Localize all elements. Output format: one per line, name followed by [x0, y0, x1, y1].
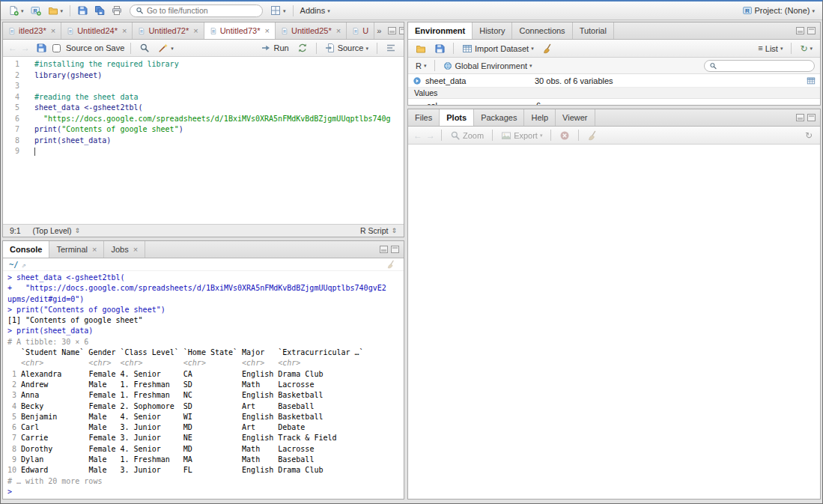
save-workspace-button[interactable]: [432, 42, 447, 55]
toolbar-separator: [791, 43, 792, 54]
close-icon[interactable]: ×: [336, 26, 341, 35]
addins-button[interactable]: Addins▾: [298, 4, 332, 16]
tab-help[interactable]: Help: [524, 109, 556, 126]
tab-viewer[interactable]: Viewer: [556, 109, 595, 126]
close-icon[interactable]: ×: [92, 245, 97, 254]
icon-placeholder: [413, 100, 423, 106]
find-replace-button[interactable]: [137, 41, 152, 55]
environment-value-row[interactable]: col 6: [408, 99, 820, 106]
goto-file-search[interactable]: [130, 4, 263, 17]
source-label: Source: [338, 43, 364, 52]
tab-connections[interactable]: Connections: [512, 22, 572, 39]
forward-icon[interactable]: →: [21, 43, 30, 52]
import-dataset-button[interactable]: Import Dataset▾: [460, 42, 536, 55]
source-on-save-checkbox[interactable]: [52, 44, 61, 52]
project-menu-button[interactable]: Project: (None)▾: [740, 4, 818, 17]
panes-layout-button[interactable]: ▾: [268, 4, 288, 17]
maximize-pane-icon[interactable]: [807, 114, 816, 121]
save-button[interactable]: [34, 41, 49, 55]
pane-window-controls: [383, 22, 404, 39]
export-plot-button[interactable]: Export▾: [499, 129, 544, 142]
language-selector[interactable]: R▾: [413, 60, 428, 72]
save-button[interactable]: [75, 4, 90, 17]
save-all-button[interactable]: [92, 4, 107, 17]
clear-console-button[interactable]: [384, 258, 398, 270]
minimize-pane-icon[interactable]: [796, 27, 804, 34]
close-icon[interactable]: ×: [133, 245, 138, 254]
popout-icon[interactable]: ⇗: [22, 261, 26, 269]
source-tab[interactable]: U: [347, 22, 374, 39]
environment-object-row[interactable]: sheet_data 30 obs. of 6 variables: [408, 74, 820, 88]
file-type-selector[interactable]: R Script⇕: [360, 226, 397, 235]
run-button[interactable]: Run: [258, 41, 291, 55]
tab-environment[interactable]: Environment: [408, 22, 473, 39]
clear-plots-button[interactable]: [585, 129, 600, 142]
previous-plot-icon[interactable]: ←: [413, 131, 422, 140]
tab-plots[interactable]: Plots: [440, 109, 474, 126]
file-type-label: R Script: [360, 226, 388, 235]
load-workspace-button[interactable]: [413, 42, 428, 55]
text-cursor: [34, 148, 35, 156]
list-view-button[interactable]: ≡List▾: [756, 43, 785, 55]
zoom-plot-button[interactable]: Zoom: [448, 129, 486, 142]
tab-label: Tutorial: [580, 26, 607, 35]
broom-icon: [542, 43, 553, 54]
rerun-button[interactable]: [295, 41, 310, 55]
maximize-pane-icon[interactable]: [391, 246, 399, 253]
new-file-button[interactable]: ▾: [6, 4, 26, 17]
console-output[interactable]: > sheet_data <-gsheet2tbl( + "https://do…: [3, 271, 404, 499]
tab-terminal[interactable]: Terminal×: [49, 241, 104, 258]
document-outline-button[interactable]: [383, 41, 398, 55]
source-pane: itled23*× Untitled24*× Untitled72*× Unti…: [2, 22, 404, 237]
right-column: Environment History Connections Tutorial…: [407, 22, 821, 500]
search-icon: [139, 43, 150, 53]
source-tab[interactable]: Untitled73*×: [204, 22, 276, 39]
next-plot-icon[interactable]: →: [426, 131, 435, 140]
print-button[interactable]: [109, 4, 124, 17]
toolbar-separator: [130, 43, 131, 54]
environment-search-input[interactable]: [720, 61, 810, 70]
maximize-pane-icon[interactable]: [807, 27, 816, 34]
maximize-pane-icon[interactable]: [399, 27, 404, 34]
minimize-pane-icon[interactable]: [388, 27, 396, 34]
close-icon[interactable]: ×: [122, 26, 127, 35]
code-line: print("Contents of google sheet"): [34, 124, 404, 136]
list-label: List: [765, 44, 778, 53]
up-down-icon: ⇕: [75, 227, 81, 234]
tab-label: Untitled72*: [148, 26, 189, 35]
clear-environment-button[interactable]: [540, 42, 555, 55]
tab-jobs[interactable]: Jobs×: [104, 241, 145, 258]
close-icon[interactable]: ×: [265, 26, 270, 35]
new-project-button[interactable]: [28, 4, 43, 17]
source-tab[interactable]: itled23*×: [3, 22, 61, 39]
environment-scope-selector[interactable]: Global Environment▾: [441, 60, 534, 72]
close-icon[interactable]: ×: [193, 26, 198, 35]
open-file-button[interactable]: ▾: [46, 4, 66, 17]
tab-history[interactable]: History: [473, 22, 512, 39]
scope-selector[interactable]: (Top Level)⇕: [33, 226, 81, 235]
back-icon[interactable]: ←: [8, 43, 17, 52]
source-tab[interactable]: Untitled25*×: [276, 22, 347, 39]
view-data-icon[interactable]: [807, 76, 816, 85]
tab-console[interactable]: Console: [3, 241, 49, 258]
source-tab[interactable]: Untitled72*×: [133, 22, 204, 39]
close-icon[interactable]: ×: [51, 26, 55, 35]
toolbar-separator: [316, 43, 317, 54]
tab-overflow-icon[interactable]: »: [374, 22, 383, 39]
minimize-pane-icon[interactable]: [796, 114, 804, 121]
source-tab[interactable]: Untitled24*×: [61, 22, 133, 39]
refresh-plots-button[interactable]: ↻: [803, 130, 815, 142]
refresh-environment-button[interactable]: ↻▾: [798, 43, 815, 55]
code-tools-button[interactable]: ▾: [156, 41, 176, 55]
tab-packages[interactable]: Packages: [474, 109, 524, 126]
minimize-pane-icon[interactable]: [380, 246, 388, 253]
expand-object-icon[interactable]: [413, 76, 422, 85]
code-editor[interactable]: 1 2 3 4 5 6 7 8 9 #installing the requir…: [3, 57, 404, 224]
remove-plot-button[interactable]: [557, 129, 572, 142]
tab-files[interactable]: Files: [408, 109, 440, 126]
goto-file-input[interactable]: [147, 6, 257, 15]
tab-label: Untitled24*: [77, 26, 118, 35]
source-button[interactable]: Source▾: [323, 41, 371, 55]
environment-search[interactable]: [704, 60, 815, 72]
tab-tutorial[interactable]: Tutorial: [573, 22, 614, 39]
